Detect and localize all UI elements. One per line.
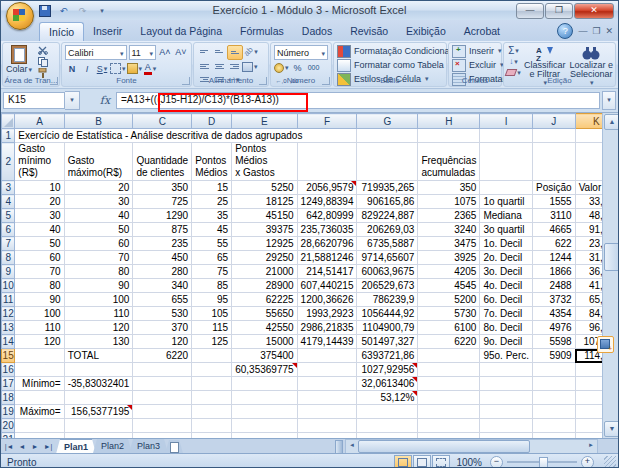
cell[interactable]: 40 xyxy=(64,209,133,223)
cell[interactable]: 2488 xyxy=(533,279,576,293)
cell[interactable]: 214,51417 xyxy=(297,265,357,279)
cell[interactable]: 115 xyxy=(192,321,232,335)
cell[interactable]: 5598 xyxy=(533,335,576,349)
cell[interactable]: 1056444,92 xyxy=(357,307,418,321)
cell[interactable]: 1o quartil xyxy=(480,195,533,209)
cell[interactable]: 206269,03 xyxy=(357,223,418,237)
cell[interactable]: 100 xyxy=(15,307,64,321)
cell[interactable]: 6o. Decil xyxy=(480,293,533,307)
cell[interactable]: 110 xyxy=(15,321,64,335)
cut-button[interactable] xyxy=(35,45,50,56)
cell[interactable] xyxy=(297,143,357,181)
cell[interactable]: 1866 xyxy=(533,265,576,279)
resize-grip[interactable] xyxy=(604,456,616,468)
cell[interactable]: 62225 xyxy=(232,293,297,307)
cell[interactable]: 375400 xyxy=(232,349,297,363)
column-header-C[interactable]: C xyxy=(133,114,192,129)
align-left-button[interactable] xyxy=(197,60,211,73)
row-header-14[interactable]: 14 xyxy=(2,335,15,349)
cell[interactable] xyxy=(418,363,480,377)
first-sheet-button[interactable]: |◄ xyxy=(3,443,15,450)
tab-splitter-handle[interactable] xyxy=(335,440,343,454)
cell[interactable] xyxy=(533,129,576,143)
zoom-track[interactable] xyxy=(507,461,577,463)
cell[interactable]: 70 xyxy=(15,265,64,279)
help-icon[interactable]: ? xyxy=(557,23,573,39)
scroll-right-button[interactable]: ► xyxy=(586,441,596,450)
vertical-scroll-thumb[interactable] xyxy=(604,243,618,271)
cell[interactable]: 40 xyxy=(15,223,64,237)
cell[interactable] xyxy=(533,405,576,419)
ribbon-tab-início[interactable]: Início xyxy=(39,22,84,41)
cell[interactable]: 1075 xyxy=(418,195,480,209)
cell[interactable]: 206529,673 xyxy=(357,279,418,293)
cell[interactable]: Mediana xyxy=(480,209,533,223)
cell[interactable]: 3240 xyxy=(418,223,480,237)
cell[interactable]: 2056,9579 xyxy=(297,181,357,195)
cell[interactable]: 450 xyxy=(133,251,192,265)
cell[interactable] xyxy=(480,419,533,433)
row-header-13[interactable]: 13 xyxy=(2,321,15,335)
cell[interactable]: 9o. Decil xyxy=(480,335,533,349)
sheet-tab-plan2[interactable]: Plan2 xyxy=(93,439,132,453)
cell[interactable] xyxy=(480,143,533,181)
cell[interactable] xyxy=(533,143,576,181)
cell[interactable] xyxy=(533,363,576,377)
cell[interactable] xyxy=(192,405,232,419)
cell[interactable]: 1249,88394 xyxy=(297,195,357,209)
cell[interactable]: 60063,9675 xyxy=(357,265,418,279)
cell[interactable]: 235,736035 xyxy=(297,223,357,237)
cell[interactable]: Gasto mínimo (R$) xyxy=(15,143,64,181)
cell[interactable]: Máximo= xyxy=(15,405,64,419)
cell[interactable]: 30 xyxy=(15,209,64,223)
cell[interactable] xyxy=(15,419,64,433)
cell[interactable] xyxy=(192,363,232,377)
cell[interactable]: 4205 xyxy=(418,265,480,279)
column-header-A[interactable]: A xyxy=(15,114,64,129)
cell[interactable]: 156,5377195 xyxy=(64,405,133,419)
column-header-D[interactable]: D xyxy=(192,114,232,129)
cell[interactable]: 60 xyxy=(64,237,133,251)
column-header-I[interactable]: I xyxy=(480,114,533,129)
row-header-2[interactable]: 2 xyxy=(2,143,15,181)
next-sheet-button[interactable]: ► xyxy=(29,443,41,450)
cell[interactable] xyxy=(418,391,480,405)
cell[interactable]: 6100 xyxy=(418,321,480,335)
cell[interactable]: 370 xyxy=(133,321,192,335)
cell[interactable]: 75 xyxy=(192,265,232,279)
cell[interactable]: Posição xyxy=(533,181,576,195)
row-header-10[interactable]: 10 xyxy=(2,279,15,293)
cell[interactable] xyxy=(192,349,232,363)
cell[interactable]: 6220 xyxy=(133,349,192,363)
cell[interactable]: 28900 xyxy=(232,279,297,293)
sheet-tab-plan1[interactable]: Plan1 xyxy=(56,439,96,454)
cell[interactable]: 340 xyxy=(133,279,192,293)
cell[interactable]: 6220 xyxy=(418,335,480,349)
cell[interactable] xyxy=(297,363,357,377)
cell[interactable]: 65 xyxy=(192,251,232,265)
cell[interactable]: 80 xyxy=(15,279,64,293)
cell[interactable] xyxy=(480,129,533,143)
cell[interactable]: 125 xyxy=(192,335,232,349)
auto-fill-options-button[interactable]: + xyxy=(597,336,614,353)
cell[interactable] xyxy=(15,391,64,405)
cell[interactable]: 501497,327 xyxy=(357,335,418,349)
cell[interactable]: 3110 xyxy=(533,209,576,223)
cell[interactable]: Pontos Médios xyxy=(192,143,232,181)
cell[interactable]: 85 xyxy=(192,279,232,293)
workbook-close-button[interactable]: ✕ xyxy=(605,25,613,37)
row-header-6[interactable]: 6 xyxy=(2,223,15,237)
bold-button[interactable]: N xyxy=(65,62,79,75)
cell[interactable]: 5730 xyxy=(418,307,480,321)
cell[interactable]: 20 xyxy=(64,181,133,195)
font-size-select[interactable]: 11 xyxy=(129,45,156,60)
cell[interactable]: 60 xyxy=(15,251,64,265)
cell[interactable]: 80 xyxy=(64,265,133,279)
cell[interactable] xyxy=(418,419,480,433)
cell[interactable]: 45 xyxy=(192,223,232,237)
cell[interactable]: 30 xyxy=(64,195,133,209)
cell[interactable]: 786239,9 xyxy=(357,293,418,307)
cell[interactable]: 120 xyxy=(64,321,133,335)
ribbon-tab-dados[interactable]: Dados xyxy=(293,22,341,41)
cell[interactable]: 35 xyxy=(192,209,232,223)
